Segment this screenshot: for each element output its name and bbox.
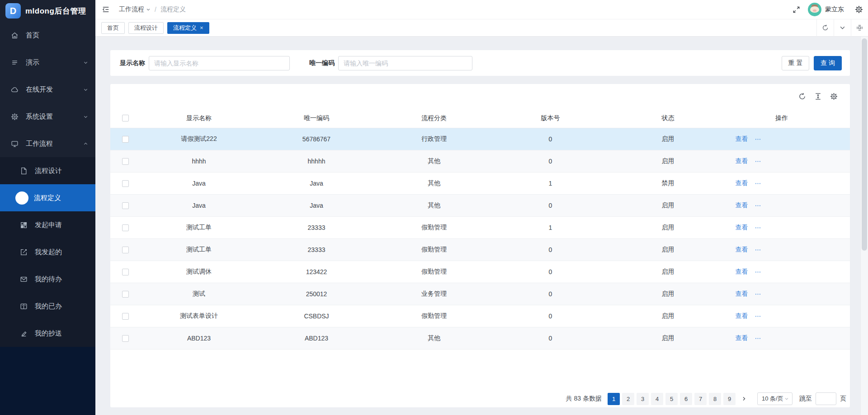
scrollbar[interactable] xyxy=(860,37,868,415)
fullscreen-icon[interactable] xyxy=(793,6,800,14)
more-actions-icon[interactable] xyxy=(755,158,761,165)
sidebar-item-process-definition[interactable]: 流程定义 xyxy=(0,184,95,211)
table-row[interactable]: 测试工单 23333 假勤管理 0 启用 查看 xyxy=(110,239,850,261)
gear-icon[interactable] xyxy=(855,5,863,14)
close-icon[interactable]: × xyxy=(200,25,203,31)
view-link[interactable]: 查看 xyxy=(736,224,748,232)
checkbox[interactable] xyxy=(122,313,129,320)
refresh-icon[interactable] xyxy=(798,93,806,100)
sidebar-item-my-done[interactable]: 我的已办 xyxy=(0,293,95,320)
more-actions-icon[interactable] xyxy=(755,313,761,320)
table-row[interactable]: 测试 250012 业务管理 0 启用 查看 xyxy=(110,283,850,305)
view-link[interactable]: 查看 xyxy=(736,312,748,320)
sidebar-item-home[interactable]: 首页 xyxy=(0,22,95,49)
more-actions-icon[interactable] xyxy=(755,291,761,298)
view-link[interactable]: 查看 xyxy=(736,246,748,254)
list-icon xyxy=(11,59,19,66)
more-actions-icon[interactable] xyxy=(755,136,761,143)
sidebar-item-workflow[interactable]: 工作流程 xyxy=(0,130,95,157)
tab-options-button[interactable] xyxy=(834,19,851,37)
code-input[interactable] xyxy=(338,56,472,70)
page-button[interactable]: 4 xyxy=(651,393,663,405)
cell-category: 其他 xyxy=(375,179,493,187)
page-button[interactable]: 5 xyxy=(665,393,678,405)
view-link[interactable]: 查看 xyxy=(736,201,748,210)
view-link[interactable]: 查看 xyxy=(736,268,748,276)
page-button[interactable]: 3 xyxy=(637,393,649,405)
checkbox[interactable] xyxy=(122,180,129,187)
sidebar-item-my-todo[interactable]: 我的待办 xyxy=(0,266,95,293)
table-row[interactable]: 测试表单设计 CSBDSJ 假勤管理 0 启用 查看 xyxy=(110,305,850,327)
checkbox[interactable] xyxy=(122,291,129,298)
view-link[interactable]: 查看 xyxy=(736,290,748,298)
more-actions-icon[interactable] xyxy=(755,202,761,209)
page-button[interactable]: 2 xyxy=(622,393,634,405)
sidebar-item-demo[interactable]: 演示 xyxy=(0,49,95,76)
cell-actions: 查看 xyxy=(728,179,850,187)
cell-name: hhhh xyxy=(140,158,258,165)
more-actions-icon[interactable] xyxy=(755,224,761,231)
select-all-checkbox[interactable] xyxy=(110,115,140,121)
cell-version: 0 xyxy=(493,202,608,209)
query-button[interactable]: 查询 xyxy=(814,56,842,70)
view-link[interactable]: 查看 xyxy=(736,334,748,342)
table-row[interactable]: 测试调休 123422 假勤管理 0 启用 查看 xyxy=(110,261,850,283)
breadcrumb-current: 流程定义 xyxy=(160,5,186,14)
table-row[interactable]: 测试工单 23333 假勤管理 1 启用 查看 xyxy=(110,217,850,239)
jump-page-input[interactable] xyxy=(816,392,836,405)
user-name[interactable]: 蒙立东 xyxy=(825,5,844,14)
page-button[interactable]: 7 xyxy=(694,393,707,405)
table-row[interactable]: ABD123 ABD123 其他 0 启用 查看 xyxy=(110,327,850,350)
checkbox[interactable] xyxy=(122,247,129,253)
sidebar-item-label: 我发起的 xyxy=(35,248,62,256)
avatar[interactable] xyxy=(808,3,821,16)
more-actions-icon[interactable] xyxy=(755,180,761,187)
gear-icon[interactable] xyxy=(830,93,838,100)
menu-fold-icon[interactable] xyxy=(102,5,110,14)
tab-process-definition[interactable]: 流程定义× xyxy=(167,22,209,34)
name-input[interactable] xyxy=(149,56,290,70)
checkbox[interactable] xyxy=(122,202,129,209)
view-link[interactable]: 查看 xyxy=(736,179,748,187)
chevron-down-icon xyxy=(83,87,88,92)
table-row[interactable]: Java Java 其他 1 禁用 查看 xyxy=(110,173,850,195)
row-checkbox-cell xyxy=(110,180,140,187)
view-link[interactable]: 查看 xyxy=(736,157,748,165)
page-button[interactable]: 9 xyxy=(723,393,736,405)
checkbox[interactable] xyxy=(122,136,129,143)
sidebar-item-online-dev[interactable]: 在线开发 xyxy=(0,76,95,103)
tab-process-design[interactable]: 流程设计 xyxy=(128,22,164,34)
page-button[interactable]: 1 xyxy=(608,393,620,405)
checkbox[interactable] xyxy=(122,269,129,275)
sidebar-item-system-settings[interactable]: 系统设置 xyxy=(0,103,95,130)
checkbox[interactable] xyxy=(122,335,129,342)
more-actions-icon[interactable] xyxy=(755,269,761,275)
tab-home[interactable]: 首页 xyxy=(101,22,125,34)
checkbox[interactable] xyxy=(122,224,129,231)
maximize-button[interactable] xyxy=(851,19,868,37)
checkbox[interactable] xyxy=(122,158,129,165)
table-row[interactable]: hhhh hhhhh 其他 0 启用 查看 xyxy=(110,150,850,173)
breadcrumb-parent[interactable]: 工作流程 xyxy=(119,5,151,14)
scrollbar-thumb[interactable] xyxy=(862,38,867,251)
cell-status: 启用 xyxy=(608,246,728,254)
page-button[interactable]: 6 xyxy=(680,393,692,405)
more-actions-icon[interactable] xyxy=(755,335,761,342)
table-row[interactable]: 请假测试222 56786767 行政管理 0 启用 查看 xyxy=(110,128,850,150)
row-checkbox-cell xyxy=(110,136,140,143)
sidebar-item-my-cc[interactable]: 我的抄送 xyxy=(0,320,95,347)
checkbox[interactable] xyxy=(122,115,129,121)
reset-button[interactable]: 重置 xyxy=(782,56,809,70)
page-size-select[interactable]: 10 条/页 xyxy=(757,392,793,405)
sidebar-item-process-design[interactable]: 流程设计 xyxy=(0,157,95,184)
page-button[interactable]: 8 xyxy=(709,393,721,405)
sidebar-item-start-application[interactable]: 发起申请 xyxy=(0,211,95,238)
sidebar-item-my-initiated[interactable]: 我发起的 xyxy=(0,238,95,266)
table-row[interactable]: Java Java 其他 0 启用 查看 xyxy=(110,195,850,217)
refresh-button[interactable] xyxy=(816,19,834,37)
column-height-icon[interactable] xyxy=(814,93,822,100)
next-page-button[interactable] xyxy=(738,393,750,405)
more-actions-icon[interactable] xyxy=(755,247,761,253)
table-header: 显示名称 唯一编码 流程分类 版本号 状态 操作 xyxy=(110,108,850,128)
view-link[interactable]: 查看 xyxy=(736,135,748,143)
